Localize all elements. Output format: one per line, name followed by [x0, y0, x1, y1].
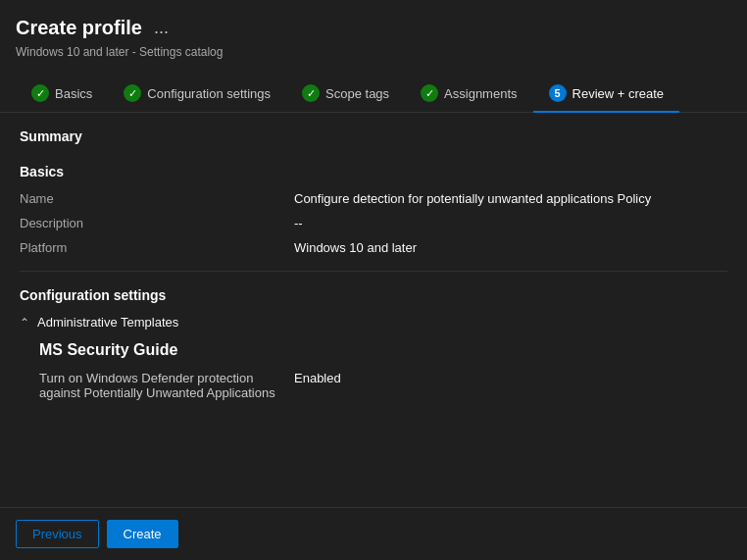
field-name-value: Configure detection for potentially unwa… [294, 191, 651, 206]
section-divider [20, 271, 727, 272]
tab-review[interactable]: 5 Review + create [533, 75, 680, 112]
setting-row-defender: Turn on Windows Defender protection agai… [39, 371, 727, 400]
page-title: Create profile [16, 17, 142, 39]
page-header: Create profile ... Windows 10 and later … [0, 0, 747, 67]
tab-assignments-label: Assignments [444, 86, 517, 101]
main-content: Summary Basics Name Configure detection … [0, 113, 747, 507]
tabs-bar: ✓ Basics ✓ Configuration settings ✓ Scop… [0, 67, 747, 113]
field-description-value: -- [294, 216, 303, 230]
field-description-row: Description -- [20, 216, 727, 230]
config-section-title: Configuration settings [20, 287, 727, 303]
collapse-icon[interactable]: ⌃ [20, 316, 29, 330]
summary-heading: Summary [20, 128, 727, 144]
setting-value-defender: Enabled [294, 371, 341, 400]
tab-basics-check-icon: ✓ [31, 84, 49, 102]
field-platform-row: Platform Windows 10 and later [20, 240, 727, 255]
tab-basics-label: Basics [55, 86, 92, 101]
page-subtitle: Windows 10 and later - Settings catalog [16, 45, 223, 59]
field-platform-value: Windows 10 and later [294, 240, 417, 255]
tab-assignments-check-icon: ✓ [421, 84, 438, 102]
setting-label-defender: Turn on Windows Defender protection agai… [39, 371, 294, 400]
field-name-label: Name [20, 191, 294, 206]
admin-templates-label: Administrative Templates [37, 315, 178, 330]
field-description-label: Description [20, 216, 294, 230]
field-platform-label: Platform [20, 240, 294, 255]
create-button[interactable]: Create [107, 520, 178, 548]
tab-scope[interactable]: ✓ Scope tags [286, 75, 405, 112]
tab-scope-label: Scope tags [325, 86, 389, 101]
tab-review-number-icon: 5 [549, 84, 567, 102]
admin-templates-row: ⌃ Administrative Templates [20, 315, 727, 330]
ms-security-guide-title: MS Security Guide [39, 341, 727, 359]
footer: Previous Create [0, 507, 747, 560]
tab-basics[interactable]: ✓ Basics [16, 75, 108, 112]
tab-review-label: Review + create [573, 86, 665, 101]
tab-scope-check-icon: ✓ [302, 84, 320, 102]
tab-configuration-check-icon: ✓ [124, 84, 141, 102]
tab-configuration-label: Configuration settings [147, 86, 271, 101]
basics-section-title: Basics [20, 164, 727, 179]
field-name-row: Name Configure detection for potentially… [20, 191, 727, 206]
tab-configuration[interactable]: ✓ Configuration settings [108, 75, 286, 112]
tab-assignments[interactable]: ✓ Assignments [405, 75, 532, 112]
ellipsis-button[interactable]: ... [150, 16, 173, 40]
previous-button[interactable]: Previous [16, 520, 99, 548]
